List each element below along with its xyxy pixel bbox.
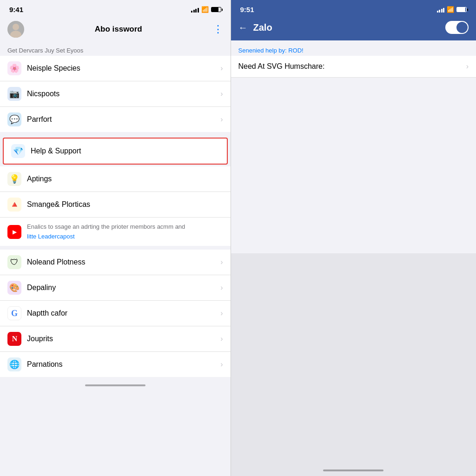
right-header: ← Zalo bbox=[231, 17, 476, 40]
wifi-icon-right: 📶 bbox=[447, 6, 454, 13]
status-bar-right: 9:51 📶 bbox=[231, 0, 476, 17]
youtube-card-content: Enalics to ssage an adrting the prioter … bbox=[27, 223, 185, 240]
chevron-icon: › bbox=[220, 335, 223, 343]
help-support-label: Help & Support bbox=[31, 147, 219, 155]
aptings-icon: 💡 bbox=[7, 172, 21, 186]
right-list-group: Need At SVG Humschare: › bbox=[231, 56, 476, 78]
noleand-label: Noleand Plotness bbox=[27, 258, 220, 266]
list-item-depaliny[interactable]: 🎨 Depaliny › bbox=[0, 275, 231, 301]
chevron-icon: › bbox=[220, 284, 223, 292]
battery-icon-right bbox=[456, 7, 467, 12]
list-item-parrfort[interactable]: 💬 Parrfort › bbox=[0, 107, 231, 132]
signal-icon bbox=[191, 7, 199, 13]
right-status-icons: 📶 bbox=[437, 6, 467, 13]
chevron-icon: › bbox=[220, 90, 223, 98]
list-item-naptth-cafor[interactable]: G Naptth cafor › bbox=[0, 301, 231, 326]
chevron-icon: › bbox=[220, 360, 223, 369]
help-support-icon: 💎 bbox=[11, 144, 25, 158]
left-time: 9:41 bbox=[9, 6, 23, 13]
youtube-icon bbox=[7, 225, 21, 239]
svg-point-1 bbox=[13, 24, 19, 30]
card-link[interactable]: litte Leadercapost bbox=[27, 233, 75, 240]
list-item-smange[interactable]: 🔺 Smange& Plorticas bbox=[0, 192, 231, 218]
card-description: Enalics to ssage an adrting the prioter … bbox=[27, 223, 185, 230]
parrfort-icon: 💬 bbox=[7, 112, 21, 126]
jouprits-icon: N bbox=[7, 332, 21, 346]
right-item-label: Need At SVG Humschare: bbox=[238, 62, 466, 71]
parnations-icon: 🌐 bbox=[7, 357, 21, 371]
depaliny-label: Depaliny bbox=[27, 284, 220, 292]
parrfort-label: Parrfort bbox=[27, 115, 220, 124]
smange-icon: 🔺 bbox=[7, 198, 21, 212]
chevron-icon: › bbox=[220, 309, 223, 317]
nicspoots-icon: 📷 bbox=[7, 87, 21, 101]
toggle-container bbox=[445, 21, 469, 34]
nicspoots-label: Nicspoots bbox=[27, 90, 220, 98]
right-section-label: Senenied help by: ROD! bbox=[231, 40, 476, 56]
left-status-icons: 📶 bbox=[191, 6, 221, 13]
list-item-jouprits[interactable]: N Jouprits › bbox=[0, 326, 231, 352]
parnations-label: Parnations bbox=[27, 360, 220, 369]
right-list-item-svg[interactable]: Need At SVG Humschare: › bbox=[231, 56, 476, 78]
aptings-label: Aptings bbox=[27, 175, 223, 183]
right-panel: 9:51 📶 ← Zalo Senenied help by: ROD! bbox=[231, 0, 476, 476]
jouprits-label: Jouprits bbox=[27, 335, 220, 343]
smange-label: Smange& Plorticas bbox=[27, 200, 223, 209]
list-item-parnations[interactable]: 🌐 Parnations › bbox=[0, 352, 231, 377]
right-time: 9:51 bbox=[240, 6, 254, 13]
bottom-list-group: 💡 Aptings 🔺 Smange& Plorticas Enalics to… bbox=[0, 166, 231, 246]
more-button[interactable]: ⋮ bbox=[213, 23, 223, 35]
back-button[interactable]: ← bbox=[238, 22, 248, 33]
neisple-species-icon: 🌸 bbox=[7, 61, 21, 75]
chevron-icon: › bbox=[220, 258, 223, 266]
youtube-card: Enalics to ssage an adrting the prioter … bbox=[0, 218, 231, 246]
list-item-nicspoots[interactable]: 📷 Nicspoots › bbox=[0, 81, 231, 107]
left-panel: 9:41 📶 Abo issword ⋮ Get Dervcar bbox=[0, 0, 231, 476]
list-item-noleand-plotness[interactable]: 🛡 Noleand Plotness › bbox=[0, 250, 231, 275]
chevron-icon: › bbox=[220, 115, 223, 124]
list-item-aptings[interactable]: 💡 Aptings bbox=[0, 166, 231, 192]
naptth-icon: G bbox=[7, 306, 21, 320]
list-item-help-support[interactable]: 💎 Help & Support bbox=[3, 138, 228, 165]
right-content: Senenied help by: ROD! Need At SVG Humsc… bbox=[231, 40, 476, 253]
more-list-group: 🛡 Noleand Plotness › 🎨 Depaliny › G Napt… bbox=[0, 250, 231, 377]
right-page-title: Zalo bbox=[253, 22, 445, 33]
battery-icon bbox=[211, 7, 221, 12]
toggle-knob bbox=[456, 22, 468, 33]
wifi-icon: 📶 bbox=[201, 6, 209, 13]
left-page-title: Abo issword bbox=[24, 25, 213, 34]
section-label: Get Dervcars Juy Set Eyoos bbox=[0, 43, 231, 56]
list-item-neisple-species[interactable]: 🌸 Neisple Species › bbox=[0, 56, 231, 81]
toggle-switch[interactable] bbox=[445, 21, 469, 34]
signal-icon-right bbox=[437, 7, 445, 13]
depaliny-icon: 🎨 bbox=[7, 281, 21, 295]
right-home-indicator bbox=[323, 469, 383, 471]
neisple-species-label: Neisple Species bbox=[27, 64, 220, 73]
chevron-icon-right: › bbox=[466, 62, 469, 71]
chevron-icon: › bbox=[220, 64, 223, 73]
noleand-icon: 🛡 bbox=[7, 255, 21, 269]
left-header: Abo issword ⋮ bbox=[0, 17, 231, 43]
naptth-label: Naptth cafor bbox=[27, 309, 220, 317]
home-indicator bbox=[85, 384, 145, 386]
status-bar-left: 9:41 📶 bbox=[0, 0, 231, 17]
avatar[interactable] bbox=[7, 21, 24, 38]
top-list-group: 🌸 Neisple Species › 📷 Nicspoots › 💬 Parr… bbox=[0, 56, 231, 132]
